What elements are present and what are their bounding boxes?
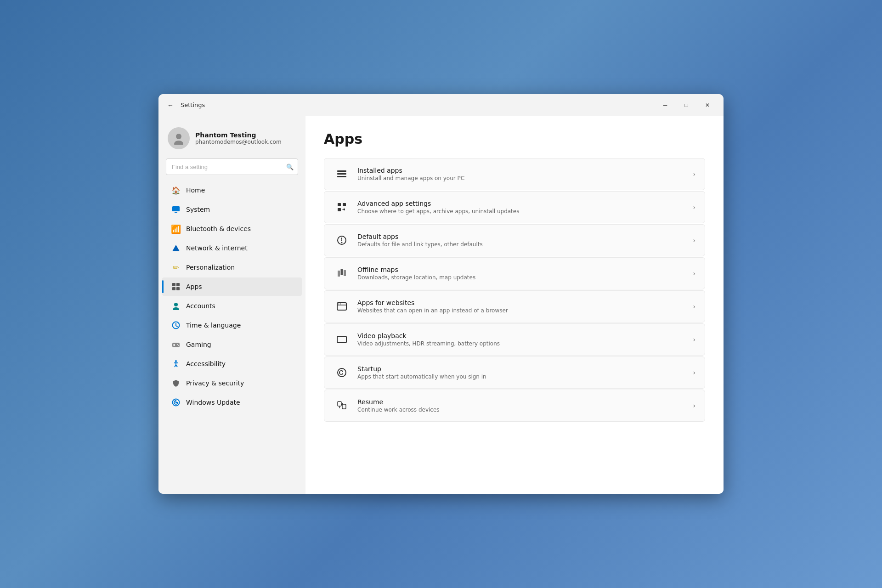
default-apps-text: Default apps Defaults for file and link …	[357, 233, 689, 248]
offline-maps-title: Offline maps	[357, 266, 689, 273]
bluetooth-icon: 📶	[171, 224, 181, 233]
installed-apps-item[interactable]: Installed apps Uninstall and manage apps…	[324, 158, 705, 190]
svg-rect-24	[337, 173, 346, 175]
nav-item-personalization[interactable]: ✏️ Personalization	[162, 258, 302, 277]
user-name: Phantom Testing	[195, 131, 282, 139]
user-info: Phantom Testing phantomodemos@outlook.co…	[195, 131, 282, 145]
settings-window: ← Settings ─ □ ✕ Phantom Testing phantom…	[158, 94, 724, 494]
video-playback-title: Video playback	[357, 332, 689, 339]
default-apps-icon	[334, 232, 350, 249]
back-button[interactable]: ←	[164, 99, 177, 112]
svg-point-16	[178, 345, 179, 346]
svg-point-31	[341, 242, 343, 243]
nav-item-system[interactable]: System	[162, 200, 302, 219]
nav-item-network[interactable]: Network & internet	[162, 239, 302, 257]
nav-item-home[interactable]: 🏠 Home	[162, 181, 302, 199]
svg-rect-3	[175, 212, 177, 213]
offline-maps-chevron: ›	[693, 270, 695, 277]
offline-maps-icon	[334, 265, 350, 282]
svg-rect-7	[172, 287, 175, 290]
advanced-app-settings-item[interactable]: Advanced app settings Choose where to ge…	[324, 191, 705, 223]
close-button[interactable]: ✕	[697, 94, 718, 116]
installed-apps-chevron: ›	[693, 170, 695, 178]
search-input[interactable]	[166, 158, 298, 175]
nav-item-apps[interactable]: Apps	[162, 277, 302, 296]
window-controls: ─ □ ✕	[655, 94, 718, 116]
apps-for-websites-icon	[334, 298, 350, 315]
accessibility-icon	[171, 359, 181, 368]
user-email: phantomodemos@outlook.com	[195, 139, 282, 145]
resume-item[interactable]: Resume Continue work across devices ›	[324, 390, 705, 422]
svg-rect-41	[338, 401, 341, 406]
page-title: Apps	[324, 131, 705, 147]
svg-point-36	[339, 304, 339, 305]
windows-update-icon	[171, 398, 181, 407]
svg-rect-14	[173, 345, 175, 345]
nav-item-accounts[interactable]: Accounts	[162, 297, 302, 315]
advanced-app-settings-text: Advanced app settings Choose where to ge…	[357, 200, 689, 215]
svg-rect-34	[344, 270, 346, 276]
video-playback-icon	[334, 331, 350, 348]
video-playback-desc: Video adjustments, HDR streaming, batter…	[357, 340, 689, 347]
offline-maps-item[interactable]: Offline maps Downloads, storage location…	[324, 257, 705, 289]
nav-item-bluetooth[interactable]: 📶 Bluetooth & devices	[162, 220, 302, 238]
user-section: Phantom Testing phantomodemos@outlook.co…	[158, 124, 305, 158]
offline-maps-text: Offline maps Downloads, storage location…	[357, 266, 689, 281]
resume-title: Resume	[357, 398, 689, 406]
video-playback-text: Video playback Video adjustments, HDR st…	[357, 332, 689, 347]
offline-maps-desc: Downloads, storage location, map updates	[357, 274, 689, 281]
nav-item-privacy[interactable]: Privacy & security	[162, 374, 302, 392]
installed-apps-title: Installed apps	[357, 167, 689, 174]
nav-item-accessibility[interactable]: Accessibility	[162, 355, 302, 373]
svg-point-17	[175, 360, 177, 362]
resume-desc: Continue work across devices	[357, 407, 689, 413]
home-icon: 🏠	[171, 186, 181, 195]
svg-marker-4	[172, 245, 180, 251]
startup-text: Startup Apps that start automatically wh…	[357, 365, 689, 380]
startup-item[interactable]: Startup Apps that start automatically wh…	[324, 356, 705, 389]
search-icon: 🔍	[286, 164, 294, 170]
sidebar: Phantom Testing phantomodemos@outlook.co…	[158, 116, 305, 494]
installed-apps-desc: Uninstall and manage apps on your PC	[357, 175, 689, 181]
svg-rect-6	[176, 283, 180, 286]
resume-icon	[334, 397, 350, 414]
minimize-button[interactable]: ─	[655, 94, 676, 116]
content-area: Apps Installed apps Uninstall and manage…	[305, 116, 724, 494]
svg-rect-25	[337, 176, 346, 177]
default-apps-item[interactable]: Default apps Defaults for file and link …	[324, 224, 705, 256]
svg-rect-2	[172, 206, 180, 211]
svg-rect-28	[338, 208, 341, 211]
video-playback-item[interactable]: Video playback Video adjustments, HDR st…	[324, 323, 705, 356]
apps-for-websites-item[interactable]: Apps for websites Websites that can open…	[324, 290, 705, 322]
svg-rect-32	[338, 271, 340, 277]
nav-item-windows-update[interactable]: Windows Update	[162, 393, 302, 412]
startup-title: Startup	[357, 365, 689, 373]
titlebar: ← Settings ─ □ ✕	[158, 94, 724, 116]
settings-list: Installed apps Uninstall and manage apps…	[324, 158, 705, 422]
nav-item-time[interactable]: Time & language	[162, 316, 302, 334]
advanced-app-settings-icon	[334, 199, 350, 215]
svg-rect-26	[338, 203, 341, 206]
startup-desc: Apps that start automatically when you s…	[357, 373, 689, 380]
svg-rect-5	[172, 283, 175, 286]
advanced-app-settings-chevron: ›	[693, 204, 695, 211]
nav-item-gaming[interactable]: Gaming	[162, 335, 302, 354]
apps-for-websites-text: Apps for websites Websites that can open…	[357, 299, 689, 314]
advanced-app-settings-title: Advanced app settings	[357, 200, 689, 207]
accounts-icon	[171, 301, 181, 311]
svg-point-15	[177, 344, 178, 345]
privacy-icon	[171, 379, 181, 388]
main-layout: Phantom Testing phantomodemos@outlook.co…	[158, 116, 724, 494]
search-box: 🔍	[166, 158, 298, 175]
default-apps-desc: Defaults for file and link types, other …	[357, 241, 689, 248]
svg-line-21	[176, 365, 177, 367]
svg-rect-38	[337, 336, 346, 343]
maximize-button[interactable]: □	[676, 94, 697, 116]
personalization-icon: ✏️	[171, 263, 181, 272]
default-apps-title: Default apps	[357, 233, 689, 240]
apps-icon	[171, 282, 181, 291]
svg-point-37	[340, 304, 341, 305]
resume-text: Resume Continue work across devices	[357, 398, 689, 413]
svg-rect-33	[341, 269, 343, 275]
apps-for-websites-desc: Websites that can open in an app instead…	[357, 307, 689, 314]
